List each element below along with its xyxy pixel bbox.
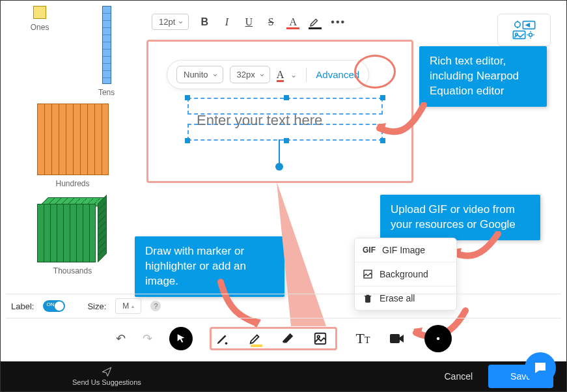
draw-tools-group <box>210 327 337 350</box>
options-bar: Label: ON Size: M▴ ? <box>6 294 561 318</box>
highlighter-icon <box>248 331 262 346</box>
hundreds-label: Hundreds <box>55 179 89 188</box>
text-tool[interactable]: TT <box>354 330 372 347</box>
text-editor-callout: Nunito 32px A ⌄ Advanced Enter your text… <box>146 40 413 183</box>
label-text: Label: <box>11 301 34 311</box>
footer-bar: Send Us Suggestions Cancel Save <box>1 361 566 391</box>
font-color-button[interactable]: A <box>277 69 284 81</box>
video-tool[interactable] <box>389 332 408 345</box>
image-icon <box>313 331 327 346</box>
background-option[interactable]: Background <box>355 262 456 286</box>
ones-label: Ones <box>31 23 49 32</box>
cursor-icon <box>176 333 186 344</box>
video-icon <box>389 332 405 345</box>
cancel-button[interactable]: Cancel <box>444 371 473 382</box>
highlight-color-button[interactable] <box>309 16 322 28</box>
chevron-down-icon[interactable]: ⌄ <box>290 70 297 79</box>
italic-button[interactable]: I <box>220 16 233 28</box>
gif-image-label: GIF Image <box>382 245 425 255</box>
background-label: Background <box>380 269 428 279</box>
add-media-button[interactable] <box>497 14 551 46</box>
text-color-button[interactable]: A <box>286 16 299 28</box>
media-icon <box>511 20 537 40</box>
font-family-select[interactable]: Nunito <box>176 66 223 83</box>
gif-icon: GIF <box>363 245 376 255</box>
plus-icon <box>432 333 444 344</box>
image-tool[interactable] <box>313 331 331 346</box>
strikethrough-button[interactable]: S <box>264 16 277 28</box>
text-format-toolbar: Nunito 32px A ⌄ Advanced <box>167 60 369 89</box>
svg-point-6 <box>225 343 227 345</box>
svg-point-4 <box>529 33 532 36</box>
font-size-select[interactable]: 12pt <box>152 14 189 30</box>
size-text: Size: <box>87 301 106 311</box>
eraser-tool[interactable] <box>281 331 299 346</box>
text-selection-box[interactable]: Enter your text here <box>187 98 383 141</box>
svg-rect-5 <box>364 270 372 278</box>
canvas-toolbar: ↶ ↷ TT <box>1 321 566 356</box>
send-suggestions-button[interactable]: Send Us Suggestions <box>72 367 141 386</box>
pointer-tool[interactable] <box>169 327 193 350</box>
svg-rect-9 <box>390 334 400 343</box>
editor-toolbar: 12pt B I U S A ••• <box>152 14 344 30</box>
divider <box>306 68 307 82</box>
tens-label: Tens <box>98 88 115 97</box>
svg-point-8 <box>317 335 320 338</box>
advanced-button[interactable]: Advanced <box>316 69 359 80</box>
tens-block[interactable]: Tens <box>98 6 115 97</box>
label-toggle[interactable]: ON <box>43 300 65 312</box>
background-icon <box>363 269 373 279</box>
ones-block[interactable]: Ones <box>31 6 49 97</box>
callout-draw: Draw with marker or highlighter or add a… <box>135 236 284 297</box>
more-tools[interactable] <box>424 325 452 352</box>
highlighter-tool[interactable] <box>248 331 266 346</box>
help-icon[interactable]: ? <box>150 301 161 311</box>
redo-button[interactable]: ↷ <box>143 331 152 346</box>
gif-image-option[interactable]: GIF GIF Image <box>355 238 456 262</box>
thousands-block[interactable]: Thousands <box>37 197 109 275</box>
chat-button[interactable] <box>525 352 556 384</box>
undo-button[interactable]: ↶ <box>116 331 126 346</box>
callout-rich-text: Rich text editor, including Nearpod Equa… <box>419 46 547 107</box>
text-placeholder: Enter your text here <box>197 112 322 129</box>
rotate-handle-line <box>279 139 280 164</box>
text-size-select[interactable]: 32px <box>230 66 270 83</box>
paper-plane-icon <box>100 367 113 377</box>
bold-button[interactable]: B <box>198 16 211 28</box>
underline-button[interactable]: U <box>242 16 255 28</box>
marker-tool[interactable] <box>215 331 234 346</box>
rotate-handle[interactable] <box>275 163 283 171</box>
callout-upload-gif: Upload GIF or video from your resources … <box>380 195 540 240</box>
annotation-circle <box>354 55 396 89</box>
eraser-icon <box>281 331 295 346</box>
chat-icon <box>532 360 548 376</box>
place-value-palette: Ones Tens Hundreds Thousands <box>6 6 139 285</box>
hundreds-block[interactable]: Hundreds <box>37 104 109 188</box>
more-options-button[interactable]: ••• <box>331 16 344 28</box>
pen-icon <box>215 331 230 346</box>
svg-point-0 <box>515 22 520 27</box>
size-select[interactable]: M▴ <box>115 298 141 314</box>
svg-point-10 <box>436 337 439 341</box>
thousands-label: Thousands <box>53 266 92 275</box>
